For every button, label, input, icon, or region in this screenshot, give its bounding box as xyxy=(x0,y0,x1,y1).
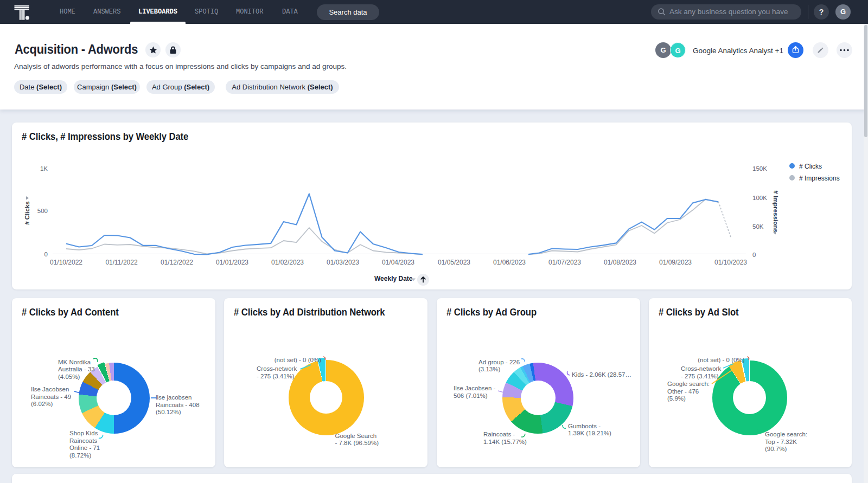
svg-text:# Clicks: # Clicks xyxy=(799,163,822,170)
svg-text:01/11/2022: 01/11/2022 xyxy=(105,259,137,266)
svg-text:Weekly Date: Weekly Date xyxy=(374,275,413,282)
svg-text:01/02/2023: 01/02/2023 xyxy=(271,259,304,266)
svg-text:# Impressions: # Impressions xyxy=(773,190,779,232)
svg-text:01/05/2023: 01/05/2023 xyxy=(438,259,470,266)
svg-text:01/07/2023: 01/07/2023 xyxy=(548,259,581,266)
svg-text:01/04/2023: 01/04/2023 xyxy=(382,259,414,266)
svg-text:500: 500 xyxy=(37,208,48,214)
svg-text:# Impressions: # Impressions xyxy=(799,175,840,182)
svg-text:01/03/2023: 01/03/2023 xyxy=(327,259,359,266)
svg-text:# Clicks: # Clicks xyxy=(24,201,30,224)
svg-text:01/10/2022: 01/10/2022 xyxy=(50,259,82,266)
svg-text:01/09/2023: 01/09/2023 xyxy=(659,259,692,266)
svg-text:01/06/2023: 01/06/2023 xyxy=(493,259,526,266)
svg-text:150K: 150K xyxy=(752,165,767,172)
svg-text:01/12/2022: 01/12/2022 xyxy=(161,259,193,266)
svg-text:01/08/2023: 01/08/2023 xyxy=(604,259,636,266)
svg-text:100K: 100K xyxy=(752,195,767,201)
svg-text:01/01/2023: 01/01/2023 xyxy=(216,259,248,266)
svg-text:0: 0 xyxy=(752,252,756,258)
svg-text:0: 0 xyxy=(44,251,48,257)
svg-text:50K: 50K xyxy=(752,223,764,230)
svg-text:1K: 1K xyxy=(40,165,48,172)
svg-text:01/10/2023: 01/10/2023 xyxy=(714,259,747,266)
